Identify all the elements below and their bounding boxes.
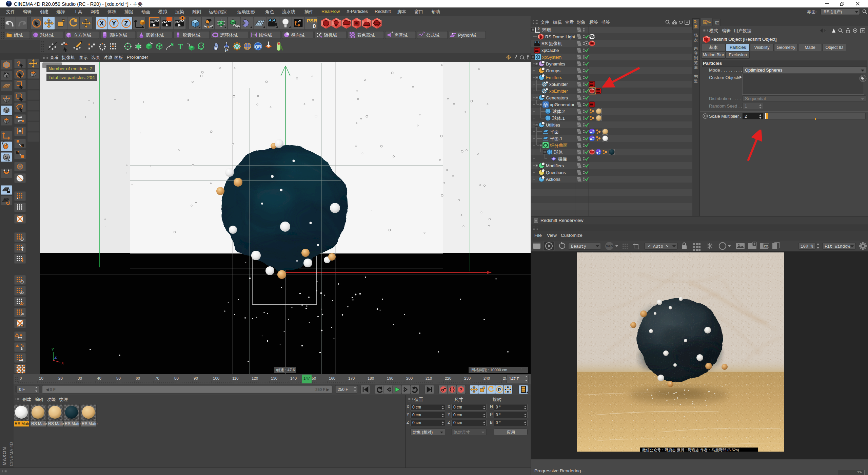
svg-text:Questions: Questions bbox=[546, 170, 566, 175]
svg-text:0: 0 bbox=[538, 27, 539, 30]
svg-text:Actions: Actions bbox=[546, 177, 560, 182]
svg-text:RGB: RGB bbox=[606, 244, 613, 248]
svg-text:RS Mate: RS Mate bbox=[65, 421, 81, 426]
svg-text:公式域: 公式域 bbox=[426, 33, 439, 38]
svg-text:60: 60 bbox=[136, 376, 140, 380]
svg-text:碰撞: 碰撞 bbox=[558, 156, 567, 162]
svg-text:声音域: 声音域 bbox=[394, 33, 408, 38]
svg-text:50: 50 bbox=[116, 376, 121, 380]
svg-text:Number of emitters: 2: Number of emitters: 2 bbox=[48, 66, 93, 71]
svg-text:RS Mate: RS Mate bbox=[31, 421, 47, 426]
svg-text:210: 210 bbox=[426, 376, 432, 380]
svg-text:Fit Window: Fit Window bbox=[825, 244, 850, 249]
svg-text:90: 90 bbox=[194, 376, 198, 380]
svg-text:PV: PV bbox=[764, 244, 768, 248]
svg-text:线性域: 线性域 bbox=[259, 33, 272, 38]
svg-text:Emitters: Emitters bbox=[546, 75, 562, 80]
svg-text:200: 200 bbox=[406, 376, 413, 380]
svg-text:Python域: Python域 bbox=[458, 33, 476, 38]
svg-text:RS Dome Light: RS Dome Light bbox=[545, 34, 575, 39]
svg-text:球体域: 球体域 bbox=[40, 33, 54, 38]
svg-text:Modifiers: Modifiers bbox=[546, 163, 564, 168]
svg-text:X: X bbox=[100, 20, 104, 27]
svg-text:170: 170 bbox=[348, 376, 355, 380]
svg-text:球体: 球体 bbox=[554, 150, 563, 155]
svg-text:xpEmitter: xpEmitter bbox=[549, 89, 568, 94]
svg-text:细分曲面: 细分曲面 bbox=[550, 143, 568, 148]
svg-text:250 F ▶: 250 F ▶ bbox=[315, 387, 330, 392]
svg-text:70: 70 bbox=[155, 376, 159, 380]
svg-text:10: 10 bbox=[39, 376, 43, 380]
svg-text:平面: 平面 bbox=[550, 129, 559, 134]
svg-text:帧速 : 47.6: 帧速 : 47.6 bbox=[276, 368, 295, 372]
svg-text:球体.1: 球体.1 bbox=[552, 116, 565, 121]
svg-text:径向域: 径向域 bbox=[291, 33, 304, 38]
svg-text:网格间距 : 10000 cm: 网格间距 : 10000 cm bbox=[471, 368, 507, 372]
svg-text:100: 100 bbox=[213, 376, 219, 380]
svg-text:140: 140 bbox=[290, 376, 297, 380]
svg-text:190: 190 bbox=[387, 376, 393, 380]
svg-text:平面.1: 平面.1 bbox=[550, 136, 563, 141]
svg-text:T: T bbox=[178, 42, 183, 51]
svg-text:QR: QR bbox=[255, 44, 261, 49]
svg-text:RS Mate: RS Mate bbox=[82, 421, 98, 426]
svg-text:20: 20 bbox=[58, 376, 63, 380]
svg-text:180: 180 bbox=[368, 376, 374, 380]
svg-text:0: 0 bbox=[313, 23, 316, 29]
svg-text:Groups: Groups bbox=[546, 68, 560, 73]
svg-text:?: ? bbox=[459, 387, 462, 392]
svg-text:P: P bbox=[498, 387, 501, 392]
svg-text:X: X bbox=[61, 361, 64, 365]
svg-text:Z: Z bbox=[55, 356, 57, 359]
svg-text:随机域: 随机域 bbox=[324, 33, 337, 38]
svg-text:130: 130 bbox=[271, 376, 277, 380]
svg-text:远环体域: 远环体域 bbox=[220, 33, 238, 38]
svg-text:环境: 环境 bbox=[542, 27, 551, 33]
svg-text:Y: Y bbox=[112, 20, 116, 27]
svg-text:CINEMA 4D: CINEMA 4D bbox=[9, 442, 14, 466]
svg-text:30: 30 bbox=[78, 376, 82, 380]
svg-text:xpCache: xpCache bbox=[541, 48, 559, 53]
svg-text:Generators: Generators bbox=[546, 95, 568, 100]
svg-text:球体.2: 球体.2 bbox=[552, 109, 565, 114]
svg-text:立方体域: 立方体域 bbox=[74, 33, 91, 38]
svg-text:120: 120 bbox=[252, 376, 258, 380]
svg-text:xpGenerator: xpGenerator bbox=[550, 102, 575, 107]
svg-text:xpSystem: xpSystem bbox=[542, 55, 561, 60]
svg-text:胶囊体域: 胶囊体域 bbox=[183, 33, 200, 38]
svg-text:组域: 组域 bbox=[14, 33, 23, 38]
svg-text:圆柱体域: 圆柱体域 bbox=[110, 33, 127, 38]
svg-text:fx: fx bbox=[225, 47, 229, 52]
svg-text:250 F: 250 F bbox=[338, 387, 348, 392]
svg-text:微信公众号：野鹿志 微博：野鹿志 作者：马鹿野郎 (6: 微信公众号：野鹿志 微博：野鹿志 作者：马鹿野郎 (6.52s) bbox=[642, 448, 739, 452]
svg-text:240: 240 bbox=[484, 376, 490, 380]
svg-text:147: 147 bbox=[303, 376, 310, 380]
svg-text:Total live particles: 204: Total live particles: 204 bbox=[48, 75, 95, 80]
svg-text:Z: Z bbox=[124, 20, 128, 27]
svg-text:Dynamics: Dynamics bbox=[546, 61, 566, 66]
svg-text:220: 220 bbox=[445, 376, 451, 380]
svg-text:RS 摄像机: RS 摄像机 bbox=[541, 41, 562, 46]
svg-text:Utilities: Utilities bbox=[546, 122, 560, 128]
svg-text:RS Mate: RS Mate bbox=[15, 421, 31, 426]
svg-text:160: 160 bbox=[329, 376, 335, 380]
svg-text:xpEmitter: xpEmitter bbox=[549, 82, 568, 87]
svg-text:147 F: 147 F bbox=[509, 377, 519, 381]
svg-text:S: S bbox=[5, 155, 8, 160]
svg-text:MAXON: MAXON bbox=[2, 447, 7, 466]
svg-text:230: 230 bbox=[464, 376, 471, 380]
svg-text:< Auto >: < Auto > bbox=[648, 244, 668, 249]
svg-text:0 F: 0 F bbox=[19, 387, 25, 392]
svg-text:PSR: PSR bbox=[307, 18, 317, 23]
svg-text:Y: Y bbox=[52, 347, 54, 352]
svg-text:◀ 0 F: ◀ 0 F bbox=[46, 387, 56, 392]
svg-text:0: 0 bbox=[20, 376, 22, 380]
svg-text:RS Mate: RS Mate bbox=[48, 421, 64, 426]
svg-text:圆锥体域: 圆锥体域 bbox=[146, 33, 164, 38]
svg-text:40: 40 bbox=[97, 376, 101, 380]
svg-text:着色器域: 着色器域 bbox=[357, 33, 375, 38]
svg-text:Beauty: Beauty bbox=[571, 244, 587, 249]
svg-text:80: 80 bbox=[174, 376, 179, 380]
svg-text:110: 110 bbox=[232, 376, 238, 380]
svg-text:100 %: 100 % bbox=[801, 244, 813, 249]
